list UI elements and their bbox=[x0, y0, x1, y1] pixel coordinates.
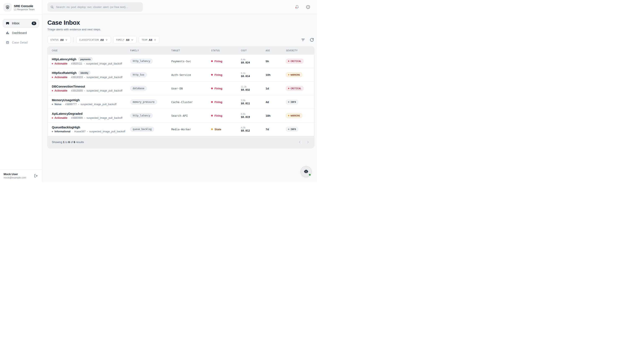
logout-button[interactable] bbox=[34, 174, 38, 178]
cost-tokens: 3.9k bbox=[241, 99, 266, 102]
severity-cell: INFO bbox=[286, 127, 314, 132]
page-subtitle: Triage alerts with evidence and next ste… bbox=[47, 28, 314, 31]
case-hypothesis: suspected_image_pull_backoff bbox=[87, 116, 122, 120]
robot-icon bbox=[303, 169, 308, 174]
page-title: Case Inbox bbox=[47, 19, 314, 26]
cost-usd: $0.019 bbox=[241, 116, 266, 118]
family-cell: http_5xx bbox=[130, 72, 171, 77]
filter-dropdown[interactable]: TEAM All bbox=[139, 36, 159, 44]
cost-tokens: 6.6k bbox=[241, 113, 266, 115]
family-cell: http_latency bbox=[130, 113, 171, 118]
refresh-button[interactable] bbox=[309, 37, 314, 42]
search-input[interactable] bbox=[56, 6, 140, 8]
severity-badge: CRITICAL bbox=[286, 86, 303, 91]
case-meta: Informational · #case387 • suspected_ima… bbox=[52, 130, 130, 133]
severity-label: WARNING bbox=[290, 114, 300, 117]
target-cell: Search-API bbox=[171, 114, 211, 117]
age-cell: 7d bbox=[266, 128, 286, 131]
table-row[interactable]: Http5xxRateHigh identity Actionable · #3… bbox=[48, 68, 314, 82]
cost-cell: 8.4k $0.024 bbox=[241, 58, 266, 64]
column-header-age: AGE bbox=[266, 49, 286, 52]
table-row[interactable]: HttpLatencyHigh payments Actionable · #3… bbox=[48, 54, 314, 68]
filter-label: FAMILY bbox=[116, 39, 125, 41]
family-cell: http_latency bbox=[130, 59, 171, 64]
severity-cell: INFO bbox=[286, 100, 314, 104]
status-label: Firing bbox=[214, 73, 222, 76]
app-subtitle: L1 Response Team bbox=[14, 8, 35, 11]
status-label: Firing bbox=[214, 100, 222, 104]
status-dot bbox=[211, 60, 213, 62]
filter-toggle-button[interactable] bbox=[301, 38, 305, 42]
chevron-left-icon bbox=[298, 140, 302, 144]
status-cell: Stale bbox=[211, 128, 241, 131]
case-hypothesis: suspected_image_pull_backoff bbox=[86, 62, 122, 65]
status-label: Firing bbox=[214, 114, 222, 117]
family-chip: http_latency bbox=[130, 59, 153, 64]
filter-dropdown[interactable]: CLASSIFICATION All bbox=[76, 36, 111, 44]
severity-badge: INFO bbox=[286, 100, 298, 104]
severity-badge: WARNING bbox=[286, 72, 302, 77]
severity-cell: CRITICAL bbox=[286, 59, 314, 64]
table-header: CASE FAMILY TARGET STATUS COST AGE SEVER… bbox=[48, 46, 314, 54]
sidebar: SRE Console L1 Response Team Inbox 6 D bbox=[0, 0, 42, 182]
case-id: #3918333 bbox=[71, 76, 83, 79]
previous-page-button[interactable] bbox=[297, 140, 302, 144]
severity-dot bbox=[288, 101, 289, 102]
chevron-down-icon bbox=[65, 38, 68, 41]
notifications-button[interactable] bbox=[294, 4, 299, 10]
severity-dot bbox=[288, 60, 289, 62]
severity-cell: WARNING bbox=[286, 72, 314, 77]
case-title: MemoryUsageHigh bbox=[52, 98, 80, 102]
table-row[interactable]: ApiLatencyDegraded Actionable · #3880999… bbox=[48, 109, 314, 122]
filter-value: All bbox=[126, 38, 129, 42]
case-title: QueueBacklogHigh bbox=[52, 126, 80, 129]
column-header-cost: COST bbox=[241, 49, 266, 52]
user-email: mock@example.com bbox=[4, 176, 26, 179]
assistant-fab[interactable] bbox=[301, 166, 311, 177]
bar-chart-icon bbox=[6, 31, 10, 35]
severity-cell: CRITICAL bbox=[286, 86, 314, 91]
meta-separator: • bbox=[87, 130, 88, 133]
column-header-target: TARGET bbox=[171, 49, 211, 52]
filter-label: TEAM bbox=[142, 39, 147, 41]
help-button[interactable]: ? bbox=[305, 4, 311, 10]
results-summary: Showing 1 to 6 of 6 results bbox=[52, 140, 84, 144]
age-cell: 1d bbox=[266, 87, 286, 90]
family-cell: database bbox=[130, 86, 171, 91]
search-bar[interactable] bbox=[47, 2, 143, 12]
filter-value: All bbox=[100, 38, 104, 42]
classification-dot bbox=[52, 131, 53, 132]
classification-label: Informational bbox=[55, 130, 71, 133]
status-dot bbox=[211, 128, 213, 130]
case-hypothesis: suspected_image_pull_backoff bbox=[87, 89, 122, 92]
filter-dropdown[interactable]: STATUS All bbox=[47, 36, 71, 44]
cost-usd: $0.024 bbox=[241, 61, 266, 64]
next-page-button[interactable] bbox=[305, 140, 310, 144]
classification-dot bbox=[52, 117, 53, 118]
app-window: SRE Console L1 Response Team Inbox 6 D bbox=[0, 0, 317, 182]
filter-label: STATUS bbox=[50, 39, 59, 41]
filter-dropdown[interactable]: FAMILY All bbox=[113, 36, 137, 44]
family-cell: memory_pressure bbox=[130, 100, 171, 104]
notification-dot bbox=[295, 7, 296, 8]
sidebar-item-dashboard[interactable]: Dashboard bbox=[3, 29, 39, 37]
svg-text:?: ? bbox=[307, 6, 309, 8]
chevron-down-icon bbox=[154, 38, 156, 41]
age-cell: 5h bbox=[266, 60, 286, 63]
case-table: CASE FAMILY TARGET STATUS COST AGE SEVER… bbox=[47, 46, 314, 148]
table-row[interactable]: MemoryUsageHigh Noise · #3899777 • suspe… bbox=[48, 95, 314, 109]
table-row[interactable]: QueueBacklogHigh Informational · #case38… bbox=[48, 122, 314, 136]
sidebar-item-inbox[interactable]: Inbox 6 bbox=[3, 19, 39, 28]
case-meta: Actionable · #3915555 • suspected_image_… bbox=[52, 89, 130, 92]
status-dot bbox=[211, 101, 213, 103]
sidebar-item-label: Case Detail bbox=[12, 41, 36, 44]
team-badge: payments bbox=[78, 57, 93, 61]
case-title: Http5xxRateHigh bbox=[52, 71, 77, 74]
meta-separator: · bbox=[69, 117, 70, 119]
cost-tokens: 5.1k bbox=[241, 72, 266, 74]
status-label: Stale bbox=[214, 128, 221, 131]
table-row[interactable]: DBConnectionTimeout Actionable · #391555… bbox=[48, 82, 314, 95]
target-cell: User-DB bbox=[171, 87, 211, 90]
shield-user-icon bbox=[5, 5, 10, 10]
severity-label: CRITICAL bbox=[290, 87, 301, 90]
